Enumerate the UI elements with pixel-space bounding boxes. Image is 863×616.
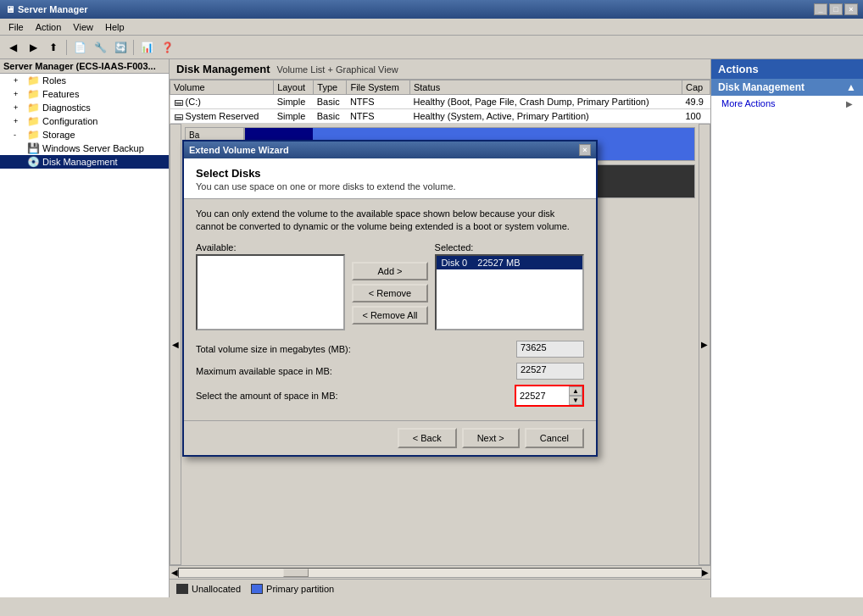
field-label-total: Total volume size in megabytes (MB): <box>196 344 516 354</box>
wizard-dialog: Extend Volume Wizard × Select Disks You … <box>182 140 598 457</box>
field-label-select-space: Select the amount of space in MB: <box>196 391 515 401</box>
field-label-maxspace: Maximum available space in MB: <box>196 366 516 376</box>
available-list[interactable] <box>196 254 345 330</box>
wizard-body: You can only extend the volume to the av… <box>184 199 596 420</box>
spinner-up[interactable]: ▲ <box>569 386 582 396</box>
spinner-down[interactable]: ▼ <box>569 396 582 405</box>
spinner-buttons: ▲ ▼ <box>569 386 582 405</box>
wizard-title: Extend Volume Wizard <box>189 145 289 155</box>
disk-selector: Available: Add > < Remove < Remove All S… <box>196 242 584 330</box>
field-value-maxspace: 22527 <box>516 363 584 380</box>
field-row-total: Total volume size in megabytes (MB): 736… <box>196 341 584 358</box>
back-button[interactable]: < Back <box>398 428 457 448</box>
space-spinner-input[interactable] <box>516 386 569 405</box>
next-button[interactable]: Next > <box>462 428 520 448</box>
field-value-total: 73625 <box>516 341 584 358</box>
selected-list[interactable]: Disk 0 22527 MB <box>435 254 584 330</box>
wizard-header: Select Disks You can use space on one or… <box>184 158 596 199</box>
field-row-maxspace: Maximum available space in MB: 22527 <box>196 363 584 380</box>
selected-label: Selected: <box>435 242 584 253</box>
field-row-select-space: Select the amount of space in MB: ▲ ▼ <box>196 385 584 407</box>
wizard-footer: < Back Next > Cancel <box>184 420 596 455</box>
available-list-container: Available: <box>196 242 345 330</box>
wizard-warning: You can only extend the volume to the av… <box>196 208 584 234</box>
selected-disk-item-0[interactable]: Disk 0 22527 MB <box>437 256 582 269</box>
cancel-button[interactable]: Cancel <box>525 428 584 448</box>
wizard-title-bar: Extend Volume Wizard × <box>184 142 596 158</box>
remove-button[interactable]: < Remove <box>352 284 427 302</box>
wizard-header-title: Select Disks <box>196 167 584 180</box>
spinner-container: ▲ ▼ <box>515 385 584 407</box>
disk-transfer-buttons: Add > < Remove < Remove All <box>352 242 427 330</box>
selected-list-container: Selected: Disk 0 22527 MB <box>435 242 584 330</box>
add-button[interactable]: Add > <box>352 262 427 280</box>
wizard-header-desc: You can use space on one or more disks t… <box>196 181 584 191</box>
remove-all-button[interactable]: < Remove All <box>352 306 427 325</box>
available-label: Available: <box>196 242 345 253</box>
wizard-overlay: Extend Volume Wizard × Select Disks You … <box>0 0 863 597</box>
wizard-close-button[interactable]: × <box>579 144 591 156</box>
